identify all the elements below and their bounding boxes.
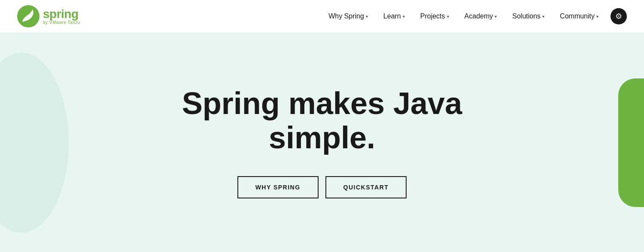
hero-section: Spring makes Java simple. WHY SPRING QUI…	[0, 33, 644, 252]
nav-academy[interactable]: Academy ▾	[457, 0, 505, 33]
hero-title: Spring makes Java simple.	[182, 87, 462, 154]
hero-buttons: WHY SPRING QUICKSTART	[182, 176, 462, 198]
nav-solutions[interactable]: Solutions ▾	[504, 0, 552, 33]
logo-text: spring by VMware Tanzu	[43, 8, 80, 25]
settings-button[interactable]: ⚙	[611, 8, 627, 24]
nav-community[interactable]: Community ▾	[552, 0, 606, 33]
header: spring by VMware Tanzu Why Spring ▾ Lear…	[0, 0, 644, 33]
chevron-down-icon: ▾	[542, 14, 544, 19]
chevron-down-icon: ▾	[403, 14, 405, 19]
hero-bg-right-decoration	[618, 78, 644, 207]
gear-icon: ⚙	[615, 12, 622, 21]
quickstart-button[interactable]: QUICKSTART	[325, 176, 407, 198]
logo-spring-text: spring	[43, 8, 80, 20]
main-nav: Why Spring ▾ Learn ▾ Projects ▾ Academy …	[321, 0, 627, 33]
why-spring-button[interactable]: WHY SPRING	[237, 176, 319, 198]
chevron-down-icon: ▾	[447, 14, 449, 19]
hero-content: Spring makes Java simple. WHY SPRING QUI…	[182, 87, 462, 198]
nav-projects[interactable]: Projects ▾	[413, 0, 457, 33]
nav-why-spring[interactable]: Why Spring ▾	[321, 0, 376, 33]
chevron-down-icon: ▾	[366, 14, 368, 19]
hero-bg-left-decoration	[0, 53, 69, 233]
nav-learn[interactable]: Learn ▾	[376, 0, 413, 33]
logo[interactable]: spring by VMware Tanzu	[17, 5, 80, 27]
logo-byline: by VMware Tanzu	[43, 20, 80, 25]
chevron-down-icon: ▾	[495, 14, 497, 19]
chevron-down-icon: ▾	[596, 14, 598, 19]
spring-logo-icon	[17, 5, 39, 27]
